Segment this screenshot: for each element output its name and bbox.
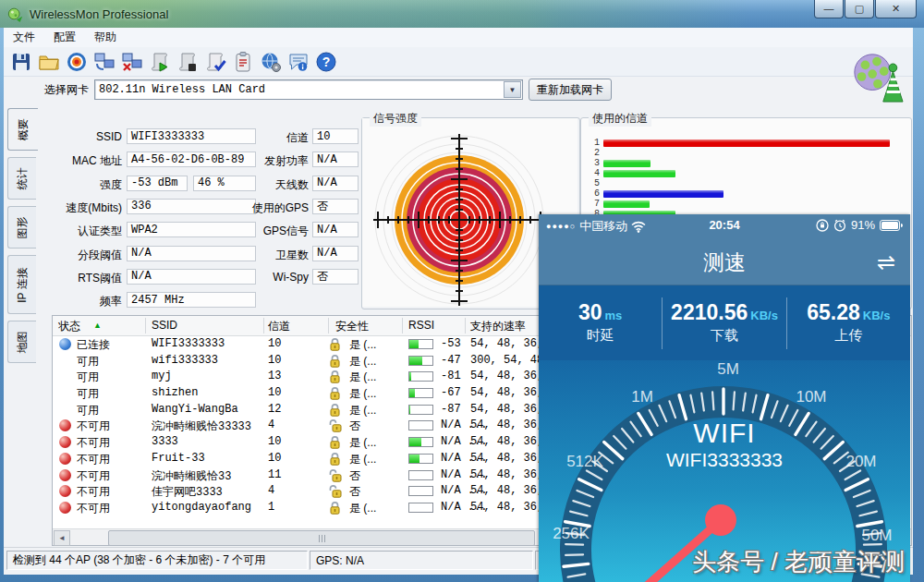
field-label-SSID: SSID <box>22 130 122 143</box>
field-label-认证类型: 认证类型 <box>22 224 122 239</box>
phone-overlay: ●●●●○ 中国移动 20:54 <box>539 214 910 582</box>
tab-地图[interactable]: 地图 <box>7 321 36 363</box>
channel-row-1: 1 <box>587 139 901 148</box>
toolbar-button-stop-log-icon[interactable] <box>174 49 201 75</box>
target-icon <box>66 51 88 73</box>
channel-row-4: 4 <box>587 169 901 178</box>
svg-text:?: ? <box>322 55 331 69</box>
status-red-icon <box>59 502 71 514</box>
titlebar[interactable]: WirelessMon Professional — ▢ ✕ <box>0 0 924 28</box>
menu-item-配置[interactable]: 配置 <box>44 30 85 45</box>
scrollbar-grip <box>319 535 325 542</box>
security-lock <box>329 501 341 517</box>
unlock-icon <box>329 418 343 432</box>
rssi-cell: -53 <box>441 337 461 350</box>
channel-cell: 13 <box>268 370 281 382</box>
status-blue-icon <box>59 338 71 350</box>
rssi-bar <box>408 503 433 513</box>
security-lock <box>329 418 343 435</box>
channel-number: 1 <box>587 138 600 148</box>
status-cell: 不可用 <box>77 452 110 467</box>
toolbar-button-open-icon[interactable] <box>35 49 63 75</box>
reload-adapter-button[interactable]: 重新加载网卡 <box>529 79 612 101</box>
scroll-left-arrow-icon[interactable]: ◄ <box>54 530 70 546</box>
channel-row-2: 2 <box>587 149 901 158</box>
toolbar-button-web-icon[interactable] <box>257 49 285 75</box>
ssid-cell: 浣冲畤缃贱恰33 <box>152 468 231 484</box>
scrollbar-thumb[interactable] <box>108 530 535 546</box>
toolbar-button-start-log-icon[interactable] <box>146 49 174 75</box>
channel-number: 7 <box>587 199 600 209</box>
tab-概要[interactable]: 概要 <box>7 108 38 151</box>
column-header-信道[interactable]: 信道 <box>268 319 290 334</box>
channel-number: 6 <box>587 188 600 199</box>
header-divider <box>328 318 329 333</box>
menu-item-文件[interactable]: 文件 <box>4 30 44 45</box>
rssi-bar-fill <box>409 406 410 414</box>
maximize-button[interactable]: ▢ <box>845 0 874 18</box>
field-value-发射功率: N/A <box>312 152 359 167</box>
wirelessmon-logo-icon <box>850 50 904 103</box>
gauge-ssid-label: WIFI3333333 <box>539 449 910 471</box>
status-red-icon <box>59 436 71 448</box>
rssi-bar <box>408 371 433 382</box>
lock-icon <box>329 452 341 466</box>
column-header-RSSI[interactable]: RSSI <box>408 319 434 332</box>
toolbar-button-verify-log-icon[interactable] <box>201 49 229 75</box>
rssi-bar-fill <box>409 455 419 463</box>
tab-label: 地图 <box>15 331 30 353</box>
ssid-cell: yitongdayaofang <box>152 501 251 514</box>
toolbar-button-report-icon[interactable] <box>229 49 257 75</box>
menu-item-帮助[interactable]: 帮助 <box>85 30 126 45</box>
security-lock <box>329 484 343 501</box>
ssid-cell: WangYi-WangBa <box>152 403 238 416</box>
rssi-bar <box>408 339 433 349</box>
status-green-icon <box>59 370 71 382</box>
rssi-bar-fill <box>409 389 415 397</box>
security-lock <box>329 403 341 419</box>
field-label-信道: 信道 <box>214 130 309 146</box>
toolbar-button-target-icon[interactable] <box>63 49 91 75</box>
field-value-频率: 2457 MHz <box>127 292 256 308</box>
gauge-scale-10M: 10M <box>796 388 826 406</box>
toolbar-button-connect-adapter-icon[interactable] <box>91 49 118 75</box>
ssid-cell: 3333 <box>152 435 178 448</box>
status-cell: 不可用 <box>77 435 110 451</box>
rssi-bar-fill <box>409 340 419 348</box>
network-type-label: WIFI <box>539 418 910 449</box>
report-icon <box>232 51 254 73</box>
lock-icon <box>329 337 341 351</box>
lock-icon <box>329 501 341 515</box>
toolbar-button-disconnect-adapter-icon[interactable] <box>118 49 146 75</box>
gps-status: GPS: N/A <box>310 551 533 570</box>
column-header-状态[interactable]: 状态 <box>58 319 80 334</box>
channel-number: 5 <box>587 178 600 188</box>
toolbar-button-help-icon[interactable]: ? <box>312 49 340 75</box>
chevron-down-icon[interactable]: ▼ <box>504 81 521 98</box>
column-header-安全性[interactable]: 安全性 <box>335 319 369 334</box>
close-button[interactable]: ✕ <box>875 0 917 18</box>
screenshot-root: WirelessMon Professional — ▢ ✕ 文件配置帮助 ? … <box>0 0 924 582</box>
stat-value-line: 2210.56KB/s <box>671 302 778 323</box>
adapter-select[interactable]: 802.11n Wireless LAN Card ▼ <box>94 79 523 100</box>
field-label-Wi-Spy: Wi-Spy <box>214 271 309 284</box>
minimize-button[interactable]: — <box>814 0 844 18</box>
toolbar-button-feedback-icon[interactable] <box>285 49 312 75</box>
stat-value-line: 30ms <box>578 302 622 323</box>
security-cell: 否 <box>349 418 360 434</box>
lock-icon <box>329 435 341 449</box>
speed-stats-row: 30ms时延2210.56KB/s下载65.28KB/s上传 <box>539 285 910 360</box>
app-icon <box>7 6 24 22</box>
security-cell: 是 (... <box>349 403 376 418</box>
field-label-发射功率: 发射功率 <box>214 153 309 169</box>
swap-servers-icon[interactable]: ⇌ <box>877 249 895 275</box>
gauge-scale-1M: 1M <box>631 388 653 406</box>
column-header-SSID[interactable]: SSID <box>152 319 177 332</box>
toolbar-button-save-icon[interactable] <box>7 49 35 75</box>
column-header-支持的速率[interactable]: 支持的速率 <box>470 319 526 334</box>
stat-unit: ms <box>605 309 623 322</box>
rssi-bar <box>408 486 433 496</box>
channel-bar <box>603 200 650 208</box>
security-lock <box>329 354 341 370</box>
channel-number: 4 <box>587 168 600 178</box>
